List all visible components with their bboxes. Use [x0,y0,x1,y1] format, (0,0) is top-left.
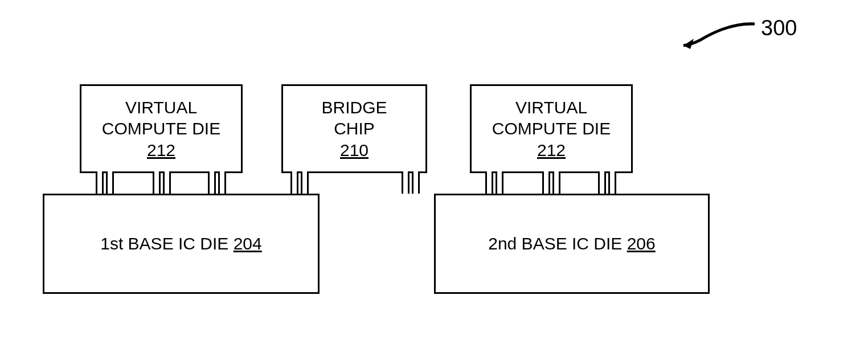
curved-arrow-icon [678,17,758,51]
connector-pin [153,171,161,194]
bridge-line1: BRIDGE [321,97,387,118]
connector-pin [496,171,503,194]
connector-pin [218,171,226,194]
bridge-chip: BRIDGE CHIP 210 [281,84,427,173]
figure-reference-text: 300 [761,16,797,40]
base-left-ref: 204 [234,234,262,253]
connector-pin [290,171,298,194]
vcd-right-line2: COMPUTE DIE [492,118,611,140]
virtual-compute-die-right: VIRTUAL COMPUTE DIE 212 [470,84,633,173]
connector-pin [163,171,171,194]
base-left-line: 1st BASE IC DIE 204 [100,233,261,255]
base-ic-die-left: 1st BASE IC DIE 204 [43,194,320,294]
vcd-left-line1: VIRTUAL [125,97,197,118]
connector-pin [208,171,216,194]
base-ic-die-right: 2nd BASE IC DIE 206 [434,194,710,294]
figure-reference-number: 300 [761,16,797,40]
vcd-left-ref: 212 [147,140,175,161]
connector-pin [402,171,410,194]
base-right-line: 2nd BASE IC DIE 206 [488,233,656,255]
connector-pin [96,171,104,194]
connector-pin [598,171,606,194]
connector-pin [608,171,616,194]
vcd-right-ref: 212 [537,140,566,161]
connector-pin [552,171,560,194]
base-right-label: 2nd BASE IC DIE [488,234,627,253]
connector-pin [106,171,114,194]
vcd-right-line1: VIRTUAL [515,97,587,118]
connector-pin [412,171,420,194]
bridge-line2: CHIP [334,118,375,140]
bridge-ref: 210 [340,140,369,161]
base-left-label: 1st BASE IC DIE [100,234,233,253]
connector-pin [485,171,493,194]
base-right-ref: 206 [627,234,656,253]
connector-pin [301,171,309,194]
connector-pin [542,171,550,194]
vcd-left-line2: COMPUTE DIE [102,118,220,140]
virtual-compute-die-left: VIRTUAL COMPUTE DIE 212 [80,84,243,173]
